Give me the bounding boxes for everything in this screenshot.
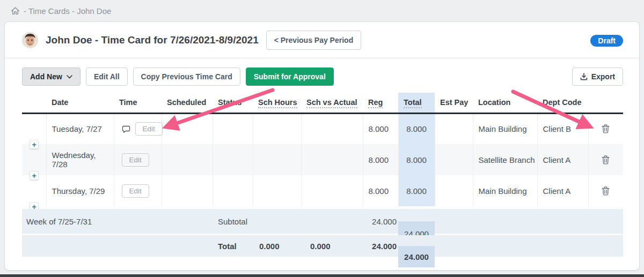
sch-vs-actual-cell (301, 175, 363, 206)
subtotal-reg-value: 24.000 (363, 217, 397, 226)
subtotal-label: Subtotal (218, 217, 247, 226)
date-cell: Thursday, 7/29 (46, 175, 114, 206)
scheduled-cell (162, 113, 213, 144)
total-total-value: 24.000 (398, 246, 435, 267)
col-actions (588, 93, 623, 113)
col-header-reg: Reg (363, 93, 398, 113)
table-row-tuesday: Tuesday, 7/27 Edit (22, 113, 623, 144)
edit-time-button[interactable]: Edit (122, 153, 149, 167)
week-subtotal-row: Week of 7/25-7/31 Subtotal 24.000 24.000 (22, 209, 623, 234)
download-icon (580, 73, 588, 80)
status-cell (213, 113, 253, 144)
total-sch-hours-value: 0.000 (259, 242, 280, 251)
table-row-thursday: Thursday, 7/29 Edit 8.000 8.000 Main Bui… (22, 175, 623, 206)
dept-code-cell: Client A (537, 175, 588, 206)
submit-for-approval-button[interactable]: Submit for Approval (246, 68, 334, 86)
page-title: John Doe - Time Card for 7/26/2021-8/9/2… (46, 34, 259, 46)
delete-row-button[interactable] (599, 122, 612, 136)
add-new-label: Add New (30, 72, 62, 81)
col-header-status: Status (213, 93, 253, 113)
status-badge: Draft (590, 35, 623, 47)
time-card-panel: John Doe - Time Card for 7/26/2021-8/9/2… (4, 21, 640, 271)
delete-row-button[interactable] (599, 184, 612, 198)
avatar (22, 32, 38, 48)
grand-total-row: Total 0.000 0.000 24.000 24.000 (22, 235, 623, 257)
card-header: John Doe - Time Card for 7/26/2021-8/9/2… (5, 22, 639, 58)
add-row-button[interactable]: + (30, 140, 39, 149)
location-cell: Main Building (473, 175, 537, 206)
add-row-button[interactable]: + (30, 171, 39, 180)
date-cell: Wednesday, 7/28 (46, 144, 114, 175)
reg-cell: 8.000 (363, 144, 398, 175)
header-row: Date Time Scheduled Status Sch Hours Sch… (22, 93, 623, 113)
col-header-scheduled: Scheduled (162, 93, 213, 113)
total-cell: 8.000 (398, 175, 435, 206)
time-cell: Edit (114, 175, 162, 206)
reg-cell: 8.000 (363, 175, 398, 206)
breadcrumb-text: - Time Cards - John Doe (24, 6, 111, 16)
col-header-sch-hours: Sch Hours (253, 93, 301, 113)
actions-cell (588, 113, 623, 144)
total-cell: 8.000 (398, 144, 435, 175)
sch-hours-cell (253, 175, 301, 206)
col-header-est-pay: Est Pay (435, 93, 473, 113)
home-icon[interactable] (11, 6, 20, 16)
reg-cell: 8.000 (363, 113, 398, 144)
edit-all-button[interactable]: Edit All (86, 68, 128, 86)
location-cell: Main Building (473, 113, 537, 144)
status-cell (213, 144, 253, 175)
date-cell: Tuesday, 7/27 (46, 113, 114, 144)
copy-previous-time-card-button[interactable]: Copy Previous Time Card (133, 68, 240, 86)
total-reg-value: 24.000 (363, 242, 397, 251)
week-label: Week of 7/25-7/31 (26, 217, 92, 226)
chevron-down-icon (67, 75, 72, 79)
export-button[interactable]: Export (572, 68, 623, 86)
bottom-bar (0, 274, 644, 277)
scheduled-cell (162, 175, 213, 206)
time-card-table: Date Time Scheduled Status Sch Hours Sch… (22, 93, 623, 257)
time-cell: Edit (114, 144, 162, 175)
col-header-total: Total (398, 93, 435, 113)
dept-code-cell: Client B (537, 113, 588, 144)
col-header-date: Date (46, 93, 114, 113)
delete-row-button[interactable] (599, 153, 612, 167)
est-pay-cell (435, 144, 473, 175)
col-header-location: Location (473, 93, 537, 113)
actions-cell (588, 144, 623, 175)
time-cell: Edit (114, 113, 162, 144)
est-pay-cell (435, 175, 473, 206)
col-header-dept-code: Dept Code (537, 93, 588, 113)
breadcrumb: - Time Cards - John Doe (0, 0, 644, 21)
edit-time-button[interactable]: Edit (122, 184, 149, 198)
sch-hours-cell (253, 113, 301, 144)
col-gutter (22, 93, 46, 113)
total-cell: 8.000 (398, 113, 435, 144)
table-row-wednesday: Wednesday, 7/28 Edit 8.000 8.000 Satelli… (22, 144, 623, 175)
total-label: Total (218, 242, 237, 251)
location-cell: Satellite Branch (473, 144, 537, 175)
status-cell (213, 175, 253, 206)
previous-pay-period-button[interactable]: < Previous Pay Period (266, 31, 361, 50)
est-pay-cell (435, 113, 473, 144)
col-header-sch-vs-actual: Sch vs Actual (301, 93, 363, 113)
sch-hours-cell (253, 144, 301, 175)
sch-vs-actual-cell (301, 113, 363, 144)
export-label: Export (591, 72, 615, 81)
dept-code-cell: Client A (537, 144, 588, 175)
scheduled-cell (162, 144, 213, 175)
actions-cell (588, 175, 623, 206)
toolbar: Add New Edit All Copy Previous Time Card… (5, 68, 639, 86)
edit-time-button[interactable]: Edit (135, 122, 163, 136)
total-sch-vs-actual-value: 0.000 (310, 242, 331, 251)
sch-vs-actual-cell (301, 144, 363, 175)
col-header-time: Time (114, 93, 162, 113)
comment-icon[interactable] (122, 125, 130, 133)
add-new-button[interactable]: Add New (22, 68, 80, 86)
